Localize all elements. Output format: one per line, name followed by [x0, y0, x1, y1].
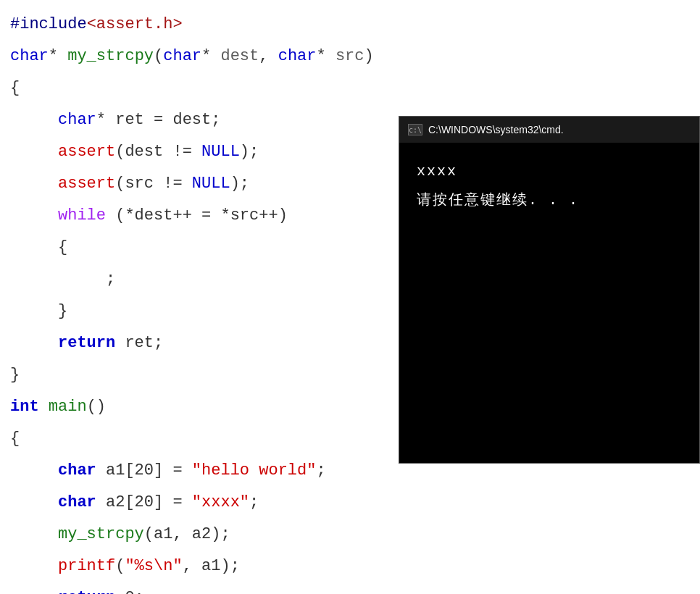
cmd-title: C:\WINDOWS\system32\cmd. — [428, 124, 564, 135]
printf-args: , a1); — [183, 557, 240, 575]
kw-return-1: return — [58, 334, 115, 352]
brace-open-3: { — [10, 430, 20, 448]
cmd-window[interactable]: c:\ C:\WINDOWS\system32\cmd. xxxx 请按任意键继… — [399, 116, 700, 464]
param-src: src — [336, 47, 364, 65]
null-1: NULL — [201, 143, 240, 161]
assert-2: assert — [58, 175, 115, 193]
call-args: (a1, a2); — [144, 525, 230, 543]
neq-1: != — [172, 143, 201, 161]
semicolon-stmt: ; — [106, 270, 115, 288]
return-zero: 0; — [115, 589, 144, 594]
semi-a1: ; — [316, 461, 325, 480]
paren-open: ( — [154, 47, 163, 65]
code-line-18: printf("%s\n", a1); — [10, 551, 700, 582]
space-main — [39, 398, 49, 416]
cmd-output-line2: 请按任意键继续. . . — [417, 186, 682, 215]
val-dest: dest — [172, 111, 211, 129]
brace-open-1: { — [10, 79, 20, 97]
while-body: (*dest++ = *src++) — [106, 206, 288, 225]
code-line-19: return 0; — [10, 582, 700, 594]
keyword-include: #include — [10, 15, 87, 33]
return-val-1: ret; — [115, 334, 163, 352]
code-line-1: #include<assert.h> — [10, 9, 700, 41]
printf-fmt: "%s\n" — [125, 557, 182, 575]
call-printf: printf — [58, 557, 115, 575]
printf-paren: ( — [115, 557, 125, 575]
brace-close-1: } — [10, 366, 20, 384]
assert-1: assert — [58, 143, 115, 161]
brace-close-2: } — [58, 302, 67, 320]
kw-char-3: char — [58, 461, 96, 480]
main-container: #include<assert.h> char* my_strcpy(char*… — [0, 0, 700, 594]
var-ret: ret — [115, 111, 154, 129]
param-star2: * — [317, 47, 336, 65]
eq-1: = — [154, 111, 172, 129]
cmd-titlebar: c:\ C:\WINDOWS\system32\cmd. — [399, 117, 699, 143]
kw-return-2: return — [58, 589, 115, 594]
code-line-2: char* my_strcpy(char* dest, char* src) — [10, 41, 700, 72]
code-line-17: my_strcpy(a1, a2); — [10, 519, 700, 551]
param-dest: dest — [220, 47, 259, 65]
assert-close2: ); — [230, 175, 249, 193]
neq-2: != — [163, 175, 192, 193]
assert-src: src — [125, 175, 163, 193]
star-ret: * — [96, 111, 115, 129]
assert-dest: dest — [125, 143, 172, 161]
comma1: , — [259, 47, 278, 65]
cmd-icon: c:\ — [408, 124, 422, 135]
var-a1: a1[20] = — [96, 461, 192, 480]
brace-open-2: { — [58, 238, 67, 256]
main-parens: () — [87, 398, 106, 416]
param-star1: * — [201, 47, 220, 65]
type-char-2: char — [58, 111, 96, 129]
call-my-strcpy: my_strcpy — [58, 525, 144, 543]
semi-a2: ; — [249, 493, 259, 511]
kw-int: int — [10, 398, 39, 416]
code-line-3: { — [10, 72, 700, 104]
punct-star: * — [49, 47, 67, 65]
null-2: NULL — [192, 175, 230, 193]
code-line-16: char a2[20] = "xxxx"; — [10, 487, 700, 519]
paren-close: ) — [364, 47, 374, 65]
var-a2: a2[20] = — [96, 493, 192, 511]
include-file: <assert.h> — [87, 15, 183, 33]
assert-paren1: ( — [115, 143, 125, 161]
assert-close1: ); — [240, 143, 259, 161]
cmd-output-line1: xxxx — [417, 157, 682, 186]
cmd-body: xxxx 请按任意键继续. . . — [399, 143, 699, 463]
semi-1: ; — [211, 111, 220, 129]
kw-while: while — [58, 206, 106, 225]
kw-char-4: char — [58, 493, 96, 511]
param-type2: char — [278, 47, 317, 65]
assert-paren2: ( — [115, 175, 125, 193]
str-xxxx: "xxxx" — [192, 493, 249, 511]
func-main: main — [49, 398, 87, 416]
param-type1: char — [163, 47, 201, 65]
type-char: char — [10, 47, 49, 65]
func-name: my_strcpy — [67, 47, 154, 65]
str-hello: "hello world" — [192, 461, 317, 480]
